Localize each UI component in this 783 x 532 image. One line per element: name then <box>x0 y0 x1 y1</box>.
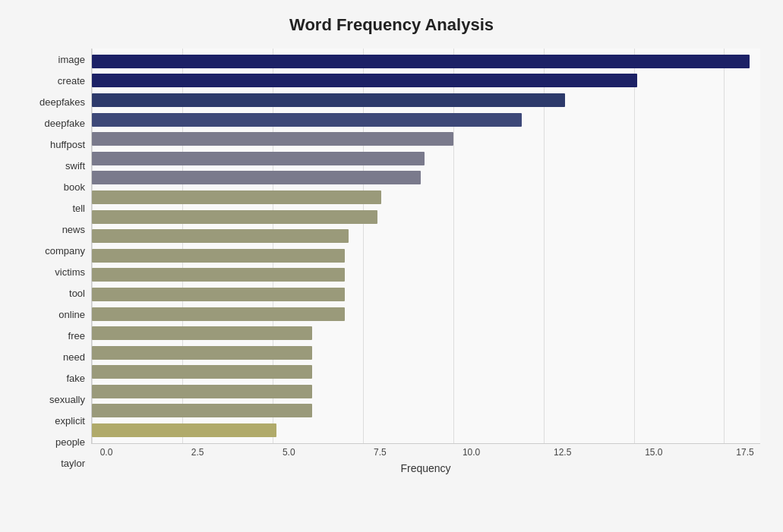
x-tick-label: 10.0 <box>456 447 487 458</box>
bar-row <box>92 92 760 109</box>
bar <box>92 249 345 263</box>
chart-area: imagecreatedeepfakesdeepfakehuffpostswif… <box>23 49 760 474</box>
bar <box>92 113 522 127</box>
bar-row <box>92 383 760 400</box>
bar <box>92 152 425 165</box>
bar-row <box>92 306 760 323</box>
y-label: company <box>45 241 85 260</box>
bar-row <box>92 266 760 283</box>
x-axis-title: Frequency <box>91 462 760 474</box>
y-label: taylor <box>61 455 85 473</box>
bar <box>92 171 421 184</box>
bar-row <box>92 325 760 342</box>
bar-row <box>92 247 760 264</box>
bar <box>92 190 381 204</box>
chart-title: Word Frequency Analysis <box>23 15 760 35</box>
bar <box>92 229 349 243</box>
bar-row <box>92 364 760 380</box>
bar <box>92 268 345 282</box>
bar-row <box>92 112 760 128</box>
bar <box>92 210 377 224</box>
y-label: free <box>68 327 85 345</box>
bar <box>92 326 312 340</box>
y-label: explicit <box>55 412 85 430</box>
x-tick-label: 17.5 <box>730 447 760 458</box>
bar <box>92 365 312 379</box>
bar-row <box>92 286 760 303</box>
bar-row <box>92 228 760 244</box>
bar-rows <box>92 49 760 443</box>
x-tick-label: 7.5 <box>365 447 395 458</box>
bar-row <box>92 402 760 419</box>
bar <box>92 385 312 398</box>
bar <box>92 288 345 301</box>
bar <box>92 132 453 146</box>
y-label: victims <box>55 263 85 281</box>
bar-row <box>92 53 760 70</box>
bar-row <box>92 209 760 225</box>
bar-row <box>92 169 760 186</box>
bar-row <box>92 72 760 89</box>
y-label: deepfake <box>45 114 86 132</box>
x-tick-label: 2.5 <box>182 447 213 458</box>
y-label: tool <box>69 285 85 303</box>
y-label: swift <box>65 156 85 175</box>
x-tick-label: 0.0 <box>91 447 122 458</box>
y-label: sexually <box>49 391 85 409</box>
y-label: image <box>58 50 85 68</box>
bar <box>92 93 565 107</box>
x-axis: 0.02.55.07.510.012.515.017.5 <box>91 444 760 458</box>
bar-row <box>92 189 760 206</box>
y-axis: imagecreatedeepfakesdeepfakehuffpostswif… <box>23 49 91 474</box>
y-label: deepfakes <box>39 93 85 111</box>
bar-row <box>92 131 760 147</box>
y-label: book <box>64 178 85 196</box>
y-label: huffpost <box>50 135 85 153</box>
chart-container: Word Frequency Analysis imagecreatedeepf… <box>0 0 783 532</box>
y-label: tell <box>72 199 85 217</box>
y-label: create <box>58 71 85 90</box>
y-label: fake <box>66 370 85 388</box>
bars-area <box>91 49 760 444</box>
bar <box>92 55 750 68</box>
bar <box>92 307 345 321</box>
y-label: need <box>63 348 85 367</box>
bar <box>92 423 276 437</box>
bar-row <box>92 150 760 167</box>
bar-row <box>92 345 760 361</box>
y-label: online <box>58 306 85 324</box>
y-label: news <box>62 220 85 238</box>
bar <box>92 404 312 417</box>
y-label: people <box>55 433 85 452</box>
bar-row <box>92 422 760 439</box>
x-tick-label: 5.0 <box>273 447 304 458</box>
bars-and-x: 0.02.55.07.510.012.515.017.5 Frequency <box>91 49 760 474</box>
x-tick-label: 12.5 <box>548 447 578 458</box>
bar <box>92 346 312 360</box>
bar <box>92 74 637 87</box>
x-tick-label: 15.0 <box>639 447 669 458</box>
